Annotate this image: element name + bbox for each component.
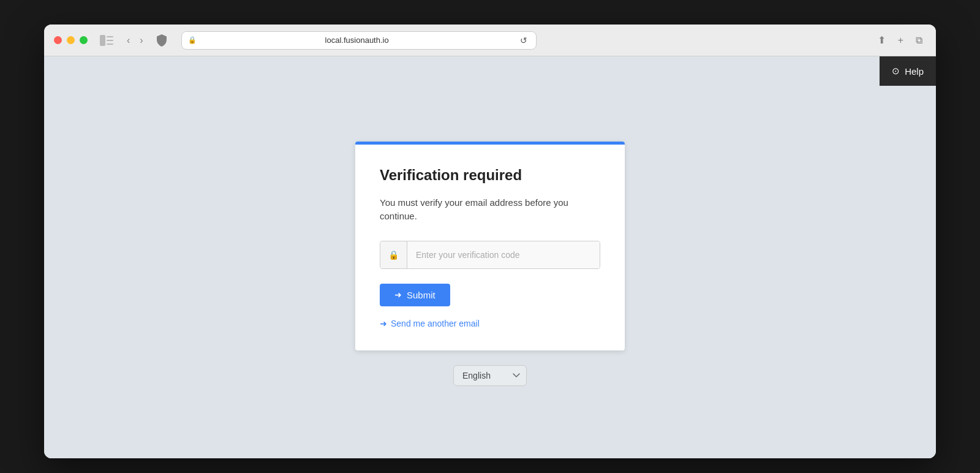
address-bar[interactable]: 🔒 local.fusionauth.io ↺ [181,31,537,50]
lock-icon: 🔒 [188,36,197,44]
help-label: Help [905,66,924,77]
language-selector[interactable]: English Español Français Deutsch [453,365,527,386]
submit-button[interactable]: ➜ Submit [380,284,450,306]
close-button[interactable] [54,36,62,44]
share-button[interactable]: ⬆ [874,32,889,48]
submit-arrow-icon: ➜ [394,290,402,300]
new-tab-button[interactable]: + [894,32,907,48]
input-lock-box: 🔒 [380,241,407,268]
verification-code-input[interactable] [407,241,600,268]
maximize-button[interactable] [80,36,88,44]
back-button[interactable]: ‹ [123,32,134,48]
language-dropdown[interactable]: English Español Français Deutsch [453,365,527,386]
page-content: Verification required You must verify yo… [44,56,936,458]
resend-arrow-icon: ➜ [380,319,387,328]
tabs-button[interactable]: ⧉ [912,32,926,48]
forward-button[interactable]: › [136,32,146,48]
resend-email-button[interactable]: ➜ Send me another email [380,319,480,328]
verification-input-group: 🔒 [380,241,600,269]
verification-card: Verification required You must verify yo… [355,142,625,350]
sidebar-toggle-icon[interactable] [100,35,113,46]
title-bar: ‹ › 🔒 local.fusionauth.io ↺ ⬆ + ⧉ [44,25,936,56]
input-lock-icon: 🔒 [388,250,399,260]
traffic-lights [54,36,88,44]
resend-label: Send me another email [391,319,480,328]
toolbar-right: ⬆ + ⧉ [874,32,926,48]
nav-buttons: ‹ › [123,32,147,48]
card-body: Verification required You must verify yo… [355,145,625,350]
card-description: You must verify your email address befor… [380,196,600,224]
help-button[interactable]: ⊙ Help [880,56,936,86]
refresh-button[interactable]: ↺ [518,34,530,47]
card-title: Verification required [380,167,600,184]
extension-shield-icon[interactable] [154,33,169,48]
browser-window: ‹ › 🔒 local.fusionauth.io ↺ ⬆ + ⧉ ⊙ Help [44,25,936,458]
submit-label: Submit [407,290,435,300]
minimize-button[interactable] [67,36,75,44]
help-circle-icon: ⊙ [892,66,900,77]
url-text: local.fusionauth.io [200,36,514,45]
